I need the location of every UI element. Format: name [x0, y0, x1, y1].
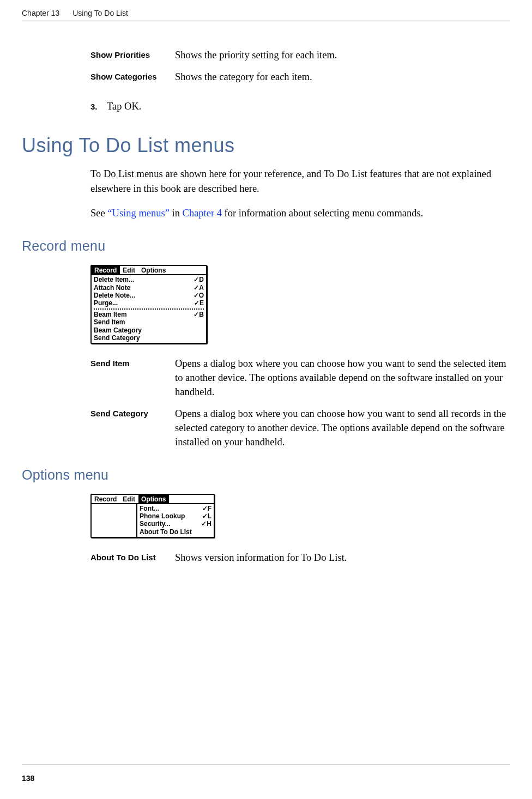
body-paragraph: See “Using menus” in Chapter 4 for infor… [90, 206, 510, 221]
menu-item: Send Category [94, 334, 204, 342]
def-desc: Shows the priority setting for each item… [175, 49, 510, 63]
chapter-title: Using To Do List [72, 9, 128, 17]
body-paragraph: To Do List menus are shown here for your… [90, 167, 510, 196]
def-desc: Shows the category for each item. [175, 70, 510, 84]
tab-options: Options [138, 266, 169, 274]
def-row: Show Priorities Shows the priority setti… [90, 49, 510, 63]
def-label: Send Item [90, 357, 175, 368]
section-heading: Using To Do List menus [22, 134, 510, 157]
menu-item: Font...✓F [140, 505, 211, 512]
menu-item: Security...✓H [140, 520, 211, 528]
tab-record: Record [92, 495, 120, 503]
subsection-heading: Options menu [22, 467, 510, 483]
record-menu-screenshot: Record Edit Options Delete Item...✓D Att… [90, 265, 207, 344]
menu-item: Delete Item...✓D [94, 276, 204, 283]
def-label: About To Do List [90, 551, 175, 562]
step-number: 3. [90, 102, 107, 111]
menu-item: Send Item [94, 318, 204, 326]
tab-options: Options [138, 495, 169, 503]
menu-item: Purge...✓E [94, 299, 204, 307]
menu-separator [94, 308, 204, 310]
menu-item: About To Do List [140, 528, 211, 536]
menu-item: Beam Category [94, 326, 204, 334]
tab-edit: Edit [120, 266, 138, 274]
header-rule [22, 21, 510, 21]
text-run: in [170, 208, 183, 219]
def-desc: Opens a dialog box where you can choose … [175, 357, 510, 400]
def-label: Send Category [90, 407, 175, 418]
def-label: Show Categories [90, 70, 175, 81]
step-text: Tap OK. [107, 101, 141, 112]
link-chapter-4[interactable]: Chapter 4 [183, 208, 222, 219]
def-desc: Opens a dialog box where you can choose … [175, 407, 510, 450]
running-header: Chapter 13 Using To Do List [22, 9, 510, 17]
subsection-heading: Record menu [22, 238, 510, 254]
text-run: See [90, 208, 107, 219]
tab-edit: Edit [120, 495, 138, 503]
link-using-menus[interactable]: “Using menus” [107, 208, 170, 219]
menu-item: Attach Note✓A [94, 284, 204, 292]
options-menu-screenshot: Record Edit Options Font...✓F Phone Look… [90, 494, 215, 538]
def-desc: Shows version information for To Do List… [175, 551, 510, 565]
content-column: Show Priorities Shows the priority setti… [90, 49, 510, 112]
footer-rule [22, 765, 510, 765]
dropdown: Font...✓F Phone Lookup✓L Security...✓H A… [136, 504, 214, 537]
def-label: Show Priorities [90, 49, 175, 59]
text-run: for information about selecting menu com… [222, 208, 423, 219]
page-number: 138 [22, 774, 34, 783]
menu-item: Phone Lookup✓L [140, 512, 211, 520]
menubar: Record Edit Options [92, 266, 206, 275]
menubar: Record Edit Options [92, 495, 214, 504]
dropdown: Delete Item...✓D Attach Note✓A Delete No… [92, 275, 206, 343]
menu-item: Delete Note...✓O [94, 292, 204, 299]
def-row: Show Categories Shows the category for e… [90, 70, 510, 84]
header-separator [65, 9, 67, 17]
tab-record: Record [92, 266, 120, 274]
def-row: Send Item Opens a dialog box where you c… [90, 357, 510, 400]
menu-item: Beam Item✓B [94, 311, 204, 318]
def-row: About To Do List Shows version informati… [90, 551, 510, 565]
chapter-label: Chapter 13 [22, 9, 59, 17]
def-row: Send Category Opens a dialog box where y… [90, 407, 510, 450]
step-row: 3. Tap OK. [90, 101, 510, 112]
